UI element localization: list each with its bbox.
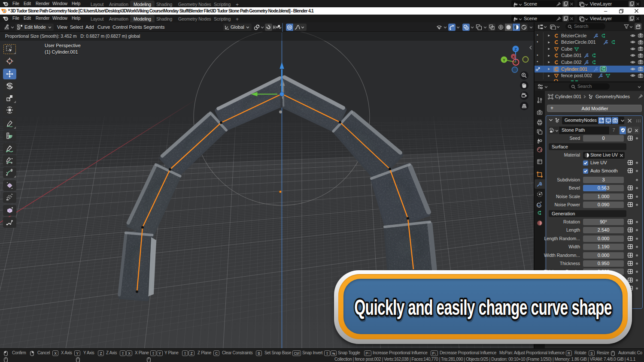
svg-text:Z: Z: [514, 47, 517, 51]
svg-text:Y: Y: [503, 58, 505, 62]
svg-text:X: X: [512, 55, 515, 59]
svg-text:Quickly and easily change curv: Quickly and easily change curve shape: [354, 295, 612, 319]
